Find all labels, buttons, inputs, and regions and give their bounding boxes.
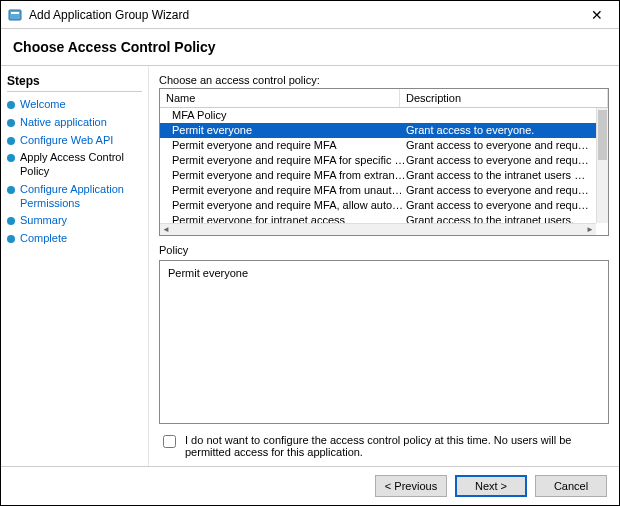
next-button[interactable]: Next > [455, 475, 527, 497]
step-label[interactable]: Native application [20, 116, 107, 130]
list-rows: MFA Policy Permit everyoneGrant access t… [160, 108, 596, 223]
scroll-right-icon[interactable]: ► [586, 225, 594, 234]
bullet-icon [7, 154, 15, 162]
main-panel: Choose an access control policy: Name De… [149, 66, 619, 466]
cell-desc [406, 108, 590, 123]
bullet-icon [7, 119, 15, 127]
step-apply-access-control-policy[interactable]: Apply Access Control Policy [7, 151, 142, 179]
page-header: Choose Access Control Policy [1, 29, 619, 66]
col-name[interactable]: Name [160, 89, 400, 107]
cell-desc: Grant access to everyone and require MFA… [406, 153, 590, 168]
titlebar: Add Application Group Wizard ✕ [1, 1, 619, 29]
list-row[interactable]: Permit everyone and require MFAGrant acc… [160, 138, 596, 153]
cell-name: Permit everyone and require MFA, allow a… [166, 198, 406, 213]
step-label: Apply Access Control Policy [20, 151, 142, 179]
step-label[interactable]: Configure Web API [20, 134, 113, 148]
step-summary[interactable]: Summary [7, 214, 142, 228]
col-description[interactable]: Description [400, 89, 608, 107]
list-row[interactable]: Permit everyone and require MFA for spec… [160, 153, 596, 168]
bullet-icon [7, 217, 15, 225]
steps-title: Steps [7, 74, 142, 88]
cell-name: Permit everyone and require MFA from ext… [166, 168, 406, 183]
list-row[interactable]: MFA Policy [160, 108, 596, 123]
cell-name: Permit everyone and require MFA [166, 138, 406, 153]
list-row[interactable]: Permit everyone and require MFA, allow a… [160, 198, 596, 213]
optout-checkbox[interactable] [163, 435, 176, 448]
optout-label[interactable]: I do not want to configure the access co… [185, 434, 609, 458]
app-icon [7, 7, 23, 23]
list-body: MFA Policy Permit everyoneGrant access t… [160, 108, 608, 235]
steps-sidebar: Steps Welcome Native application Configu… [1, 66, 149, 466]
body: Steps Welcome Native application Configu… [1, 66, 619, 466]
close-button[interactable]: ✕ [581, 7, 613, 23]
cell-desc: Grant access to everyone. [406, 123, 590, 138]
step-label[interactable]: Summary [20, 214, 67, 228]
vertical-scrollbar[interactable] [596, 108, 608, 223]
policy-preview: Permit everyone [159, 260, 609, 424]
cell-name: Permit everyone [166, 123, 406, 138]
list-row[interactable]: Permit everyoneGrant access to everyone. [160, 123, 596, 138]
cell-name: Permit everyone and require MFA for spec… [166, 153, 406, 168]
step-label[interactable]: Configure Application Permissions [20, 183, 142, 211]
step-configure-web-api[interactable]: Configure Web API [7, 134, 142, 148]
bullet-icon [7, 186, 15, 194]
bullet-icon [7, 137, 15, 145]
choose-label: Choose an access control policy: [159, 74, 609, 86]
step-complete[interactable]: Complete [7, 232, 142, 246]
optout-row: I do not want to configure the access co… [159, 434, 609, 458]
step-welcome[interactable]: Welcome [7, 98, 142, 112]
list-row[interactable]: Permit everyone and require MFA from ext… [160, 168, 596, 183]
wizard-window: Add Application Group Wizard ✕ Choose Ac… [0, 0, 620, 506]
step-native-application[interactable]: Native application [7, 116, 142, 130]
cell-desc: Grant access to everyone and require MFA… [406, 183, 590, 198]
svg-rect-0 [9, 10, 21, 20]
svg-rect-1 [11, 12, 19, 14]
previous-button[interactable]: < Previous [375, 475, 447, 497]
cell-name: Permit everyone and require MFA from una… [166, 183, 406, 198]
list-header: Name Description [160, 89, 608, 108]
cell-desc: Grant access to the intranet users and r… [406, 168, 590, 183]
bullet-icon [7, 235, 15, 243]
divider [7, 91, 142, 92]
footer: < Previous Next > Cancel [1, 466, 619, 505]
step-label[interactable]: Complete [20, 232, 67, 246]
cell-desc: Grant access to the intranet users. [406, 213, 590, 223]
cell-desc: Grant access to everyone and require MFA… [406, 198, 590, 213]
policy-list[interactable]: Name Description MFA Policy Permit every… [159, 88, 609, 236]
list-row[interactable]: Permit everyone for intranet accessGrant… [160, 213, 596, 223]
step-label[interactable]: Welcome [20, 98, 66, 112]
horizontal-scrollbar[interactable]: ◄► [160, 223, 596, 235]
page-title: Choose Access Control Policy [13, 39, 607, 55]
scroll-thumb[interactable] [598, 110, 607, 160]
step-configure-application-permissions[interactable]: Configure Application Permissions [7, 183, 142, 211]
scroll-left-icon[interactable]: ◄ [162, 225, 170, 234]
policy-text: Permit everyone [168, 267, 248, 279]
bullet-icon [7, 101, 15, 109]
policy-label: Policy [159, 244, 609, 256]
cell-name: MFA Policy [166, 108, 406, 123]
cell-desc: Grant access to everyone and require MFA… [406, 138, 590, 153]
list-row[interactable]: Permit everyone and require MFA from una… [160, 183, 596, 198]
cell-name: Permit everyone for intranet access [166, 213, 406, 223]
cancel-button[interactable]: Cancel [535, 475, 607, 497]
window-title: Add Application Group Wizard [29, 8, 581, 22]
